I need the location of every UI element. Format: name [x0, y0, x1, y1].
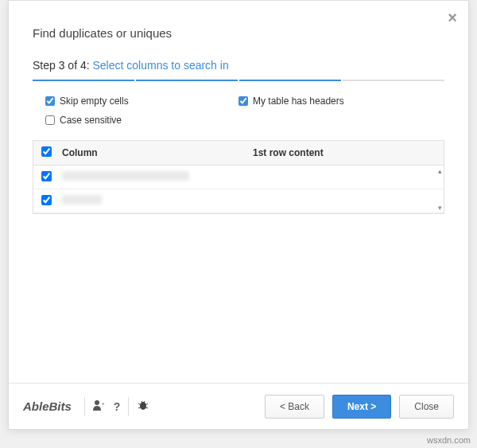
progress-seg-2 — [136, 80, 238, 81]
brand-logo: AbleBits — [23, 399, 72, 413]
checkbox-skip-empty-label: Skip empty cells — [60, 95, 129, 107]
step-description: Select columns to search in — [93, 59, 229, 72]
table-body: ▴ ▾ — [33, 166, 444, 214]
dialog-panel: × Find duplicates or uniques Step 3 of 4… — [8, 0, 469, 430]
dialog-title: Find duplicates or uniques — [33, 26, 444, 40]
checkbox-has-headers-label: My table has headers — [253, 95, 344, 107]
footer-divider — [84, 397, 85, 416]
scroll-down-icon[interactable]: ▾ — [438, 204, 442, 212]
checkbox-has-headers[interactable]: My table has headers — [238, 95, 432, 107]
scroll-up-icon[interactable]: ▴ — [438, 167, 442, 175]
table-header-row: Column 1st row content — [33, 140, 444, 166]
checkbox-case-sensitive-input[interactable] — [45, 115, 55, 125]
options-group: Skip empty cells My table has headers Ca… — [9, 95, 468, 134]
svg-point-0 — [95, 400, 99, 405]
checkbox-case-sensitive[interactable]: Case sensitive — [45, 115, 238, 126]
watermark: wsxdn.com — [427, 435, 471, 445]
columns-table: Column 1st row content ▴ ▾ — [33, 140, 444, 214]
next-button[interactable]: Next > — [332, 395, 391, 419]
bug-icon[interactable] — [137, 399, 149, 413]
row-column-value — [62, 171, 246, 183]
step-prefix: Step 3 of 4: — [33, 59, 93, 72]
close-icon[interactable]: × — [448, 9, 457, 27]
dialog-header: Find duplicates or uniques Step 3 of 4: … — [9, 1, 468, 95]
user-icon[interactable]: + — [93, 399, 106, 413]
checkbox-skip-empty-input[interactable] — [45, 96, 55, 106]
select-all-checkbox[interactable] — [41, 146, 52, 157]
dialog-footer: AbleBits + ? < Back Next > Close — [9, 383, 468, 429]
table-header-firstrow: 1st row content — [253, 147, 444, 158]
svg-line-6 — [145, 407, 148, 408]
table-header-column: Column — [62, 147, 253, 158]
svg-point-2 — [140, 402, 146, 410]
progress-seg-1 — [33, 80, 134, 81]
footer-divider — [128, 397, 129, 416]
checkbox-case-sensitive-label: Case sensitive — [60, 115, 122, 126]
progress-seg-4 — [343, 80, 444, 81]
progress-bar — [33, 80, 444, 81]
back-button[interactable]: < Back — [265, 395, 324, 419]
table-header-select-all[interactable] — [33, 146, 62, 159]
checkbox-has-headers-input[interactable] — [238, 96, 248, 106]
svg-text:+: + — [102, 401, 105, 406]
progress-seg-3 — [239, 80, 341, 81]
close-button[interactable]: Close — [399, 395, 454, 419]
row-checkbox[interactable] — [41, 171, 52, 181]
table-row[interactable] — [33, 189, 444, 213]
checkbox-skip-empty[interactable]: Skip empty cells — [45, 95, 238, 107]
svg-line-5 — [138, 407, 141, 408]
row-column-value — [62, 195, 246, 207]
step-indicator: Step 3 of 4: Select columns to search in — [33, 59, 444, 72]
row-checkbox[interactable] — [41, 195, 52, 205]
table-row[interactable] — [33, 166, 444, 189]
help-icon[interactable]: ? — [114, 400, 121, 413]
